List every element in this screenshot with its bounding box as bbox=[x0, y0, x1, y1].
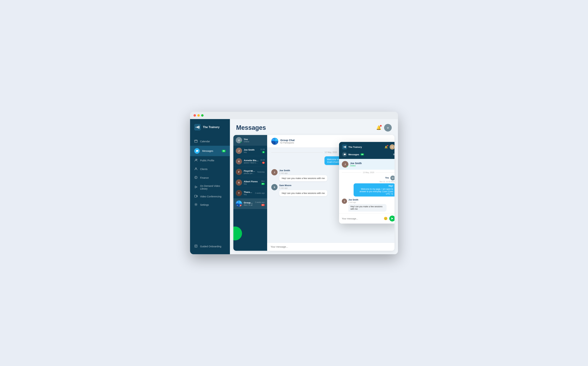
contact-badge-albert: 9+ bbox=[261, 183, 265, 185]
emoji-button[interactable]: 🙂 bbox=[384, 217, 388, 221]
chat-input[interactable] bbox=[271, 245, 391, 248]
floating-chat-input[interactable] bbox=[342, 217, 382, 220]
browser-titlebar bbox=[190, 112, 398, 119]
contact-info-group: Group Chat Alex: hi all bbox=[244, 201, 253, 206]
sidebar-label-video-conferencing: Video Conferencing bbox=[200, 195, 221, 198]
browser-window: The Trainory Calendar bbox=[190, 112, 398, 254]
contact-preview-group: Alex: hi all bbox=[244, 204, 253, 206]
floating-card: The Trainory 🔔 U bbox=[339, 142, 394, 224]
messages-icon bbox=[194, 148, 200, 154]
contact-meta-albert: Mon 9+ bbox=[261, 180, 265, 185]
clients-icon bbox=[194, 167, 198, 171]
floating-logo-text: The Trainory bbox=[348, 146, 362, 148]
sidebar-item-public-profile[interactable]: Public Profile bbox=[190, 156, 230, 165]
message-content-sam: Sam Moore 1 min ago Hey! can you make a … bbox=[279, 184, 327, 196]
svg-rect-22 bbox=[344, 146, 345, 147]
contact-item-joe-smith[interactable]: J Joe Smith hey 11:58 3 bbox=[233, 145, 267, 156]
contact-info-albert: Albert Flores hey bbox=[244, 180, 260, 185]
svg-rect-3 bbox=[195, 140, 197, 142]
contact-preview-joe: hey bbox=[244, 151, 259, 153]
contact-item-theresa[interactable]: T Theresa Webb hey 2 weeks ago bbox=[233, 188, 267, 198]
finance-icon: $ bbox=[194, 176, 198, 180]
message-time-joe: 1 min ago bbox=[279, 172, 327, 174]
sidebar-item-video-library[interactable]: On Demand Video Library bbox=[190, 182, 230, 192]
sidebar-logo: The Trainory bbox=[190, 119, 230, 135]
sidebar-item-guided-onboarding[interactable]: Guided Onboarding bbox=[190, 242, 230, 251]
message-bubble-joe: Hey! can you make a few sessions with me bbox=[279, 175, 327, 181]
floating-nav-messages[interactable]: Messages 99 bbox=[342, 152, 364, 157]
contact-badge-group: 9+ bbox=[261, 204, 265, 206]
floating-card-header: The Trainory 🔔 U bbox=[339, 142, 394, 152]
contact-name-annette: Annette Black bbox=[244, 159, 259, 162]
sidebar-label-public-profile: Public Profile bbox=[200, 159, 214, 162]
floating-incoming-bubble: Hey! can you make a few sessions with me bbox=[348, 204, 386, 212]
floating-outgoing-text: Welcome to my page, I am open to answer … bbox=[360, 188, 393, 195]
floating-outgoing-greeting: Hey! bbox=[356, 185, 393, 187]
sidebar: The Trainory Calendar bbox=[190, 119, 230, 254]
contact-info-you: You Online bbox=[244, 138, 265, 143]
public-profile-icon bbox=[194, 159, 198, 162]
sidebar-item-clients[interactable]: Clients bbox=[190, 165, 230, 174]
user-avatar[interactable]: U bbox=[384, 124, 392, 131]
floating-logo-icon bbox=[342, 145, 347, 149]
chat-header-name: Group Chat bbox=[280, 139, 295, 142]
sidebar-item-calendar[interactable]: Calendar bbox=[190, 137, 230, 146]
floating-nav-messages-icon bbox=[342, 152, 347, 157]
floating-incoming-message: J Joe Smith 1 min ago Hey! can you make … bbox=[342, 198, 394, 212]
floating-outgoing-bubble: Hey! Welcome to my page, I am open to an… bbox=[354, 183, 394, 197]
contact-name-group: Group Chat bbox=[244, 201, 253, 204]
floating-nav-messages-label: Messages bbox=[348, 153, 359, 156]
header-actions: 🔔 U bbox=[376, 124, 392, 131]
contact-avatar-albert: A bbox=[236, 179, 242, 186]
sidebar-item-finance[interactable]: $ Finance bbox=[190, 174, 230, 182]
contact-badge-annette: 1 bbox=[262, 162, 265, 164]
contact-time-theresa: 2 weeks ago bbox=[255, 192, 265, 194]
maximize-button[interactable] bbox=[201, 114, 204, 117]
send-button[interactable] bbox=[389, 216, 394, 221]
contact-info-floyd: Floyd Miles please ping me bbox=[244, 170, 255, 174]
message-avatar-sam: S bbox=[271, 184, 278, 190]
contact-meta-annette: 10:38 1 bbox=[260, 159, 265, 164]
sidebar-item-messages[interactable]: Messages 99 bbox=[190, 146, 230, 156]
floating-input-area: 🙂 bbox=[339, 213, 394, 224]
message-sender-sam: Sam Moore bbox=[279, 184, 327, 187]
contact-avatar-group: G C H A 9+ bbox=[236, 200, 242, 207]
notification-bell[interactable]: 🔔 bbox=[376, 125, 381, 130]
floating-date-divider: 13 May, 2020 bbox=[342, 171, 394, 174]
contact-status-you: Online bbox=[244, 141, 265, 143]
sidebar-item-settings[interactable]: Settings bbox=[190, 200, 230, 209]
floating-nav-messages-badge: 99 bbox=[361, 153, 364, 155]
contact-info-joe: Joe Smith hey bbox=[244, 149, 259, 153]
floating-incoming-avatar: J bbox=[342, 198, 347, 204]
avatar-face: U bbox=[384, 124, 392, 131]
contact-preview-floyd: please ping me bbox=[244, 172, 255, 174]
contact-preview-albert: hey bbox=[244, 183, 260, 185]
contact-avatar-annette: A bbox=[236, 158, 242, 164]
contact-item-group-chat[interactable]: G C H A 9+ Group Chat Alex: hi all bbox=[233, 198, 267, 209]
contact-item-you[interactable]: U You Online bbox=[233, 135, 267, 145]
message-bubble-sam: Hey! can you make a few sessions with me bbox=[279, 190, 327, 196]
contact-item-albert[interactable]: A Albert Flores hey Mon 9+ bbox=[233, 177, 267, 188]
floating-nav-menu-button[interactable]: ≡ bbox=[393, 153, 394, 156]
contact-item-annette[interactable]: A Annette Black awww I liked our... 10:3… bbox=[233, 156, 267, 167]
main-header: Messages 🔔 U bbox=[230, 119, 398, 135]
floating-header-actions: 🔔 U bbox=[384, 144, 394, 150]
contact-item-floyd[interactable]: F Floyd Miles please ping me Yesterday bbox=[233, 167, 267, 177]
guided-onboarding-icon bbox=[194, 244, 198, 248]
svg-marker-12 bbox=[195, 186, 197, 188]
close-button[interactable] bbox=[194, 114, 196, 117]
minimize-button[interactable] bbox=[197, 114, 200, 117]
floating-contact-section: J Joe Smith Online bbox=[339, 159, 394, 170]
contact-name-you: You bbox=[244, 138, 265, 141]
svg-rect-0 bbox=[196, 127, 197, 128]
chat-header-subtitle: 62 Participants bbox=[280, 142, 295, 144]
page-title: Messages bbox=[236, 124, 266, 131]
floating-user-avatar[interactable]: U bbox=[390, 144, 394, 150]
sidebar-item-video-conferencing[interactable]: Video Conferencing bbox=[190, 192, 230, 200]
floating-outgoing-sender: You bbox=[385, 177, 389, 179]
floating-notification-bell[interactable]: 🔔 bbox=[384, 145, 388, 149]
svg-rect-21 bbox=[343, 147, 344, 147]
settings-icon bbox=[194, 203, 198, 207]
sidebar-label-guided-onboarding: Guided Onboarding bbox=[200, 245, 221, 248]
contact-info-theresa: Theresa Webb hey bbox=[244, 191, 253, 196]
